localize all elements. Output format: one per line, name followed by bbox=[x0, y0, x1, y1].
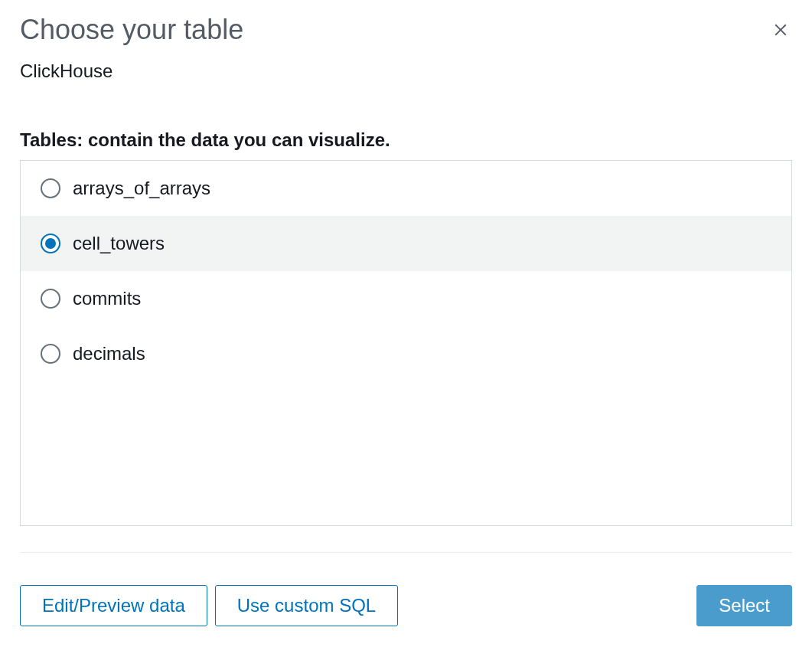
table-item-label: decimals bbox=[73, 343, 145, 364]
choose-table-dialog: Choose your table ClickHouse Tables: con… bbox=[0, 0, 812, 647]
edit-preview-data-button[interactable]: Edit/Preview data bbox=[20, 585, 207, 626]
close-icon bbox=[774, 23, 788, 39]
table-item-label: cell_towers bbox=[73, 233, 165, 254]
use-custom-sql-button[interactable]: Use custom SQL bbox=[215, 585, 398, 626]
radio-icon bbox=[41, 289, 60, 309]
table-item-commits[interactable]: commits bbox=[21, 271, 791, 326]
table-item-arrays_of_arrays[interactable]: arrays_of_arrays bbox=[21, 161, 791, 216]
radio-icon bbox=[41, 234, 60, 253]
dialog-title: Choose your table bbox=[20, 12, 243, 48]
select-button[interactable]: Select bbox=[696, 585, 792, 626]
radio-icon bbox=[41, 344, 60, 364]
tables-description: Tables: contain the data you can visuali… bbox=[20, 129, 792, 151]
table-item-label: commits bbox=[73, 288, 141, 309]
table-item-cell_towers[interactable]: cell_towers bbox=[21, 216, 791, 271]
table-item-decimals[interactable]: decimals bbox=[21, 326, 791, 381]
footer-divider bbox=[20, 552, 792, 553]
radio-icon bbox=[41, 178, 60, 198]
dialog-header: Choose your table bbox=[20, 12, 792, 48]
dialog-footer: Edit/Preview data Use custom SQL Select bbox=[20, 585, 792, 626]
close-button[interactable] bbox=[769, 18, 792, 44]
datasource-name: ClickHouse bbox=[20, 60, 792, 82]
tables-list: arrays_of_arrays cell_towers commits dec… bbox=[20, 160, 792, 526]
table-item-label: arrays_of_arrays bbox=[73, 178, 210, 199]
